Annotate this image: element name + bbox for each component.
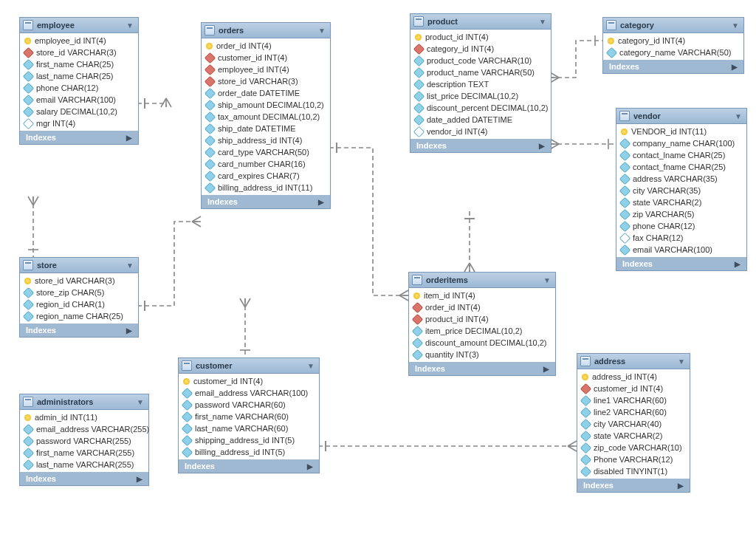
column[interactable]: ship_date DATETIME [202,123,330,134]
column[interactable]: address_id INT(4) [577,371,690,383]
expand-arrow-icon[interactable]: ▶ [307,462,313,470]
indexes-section[interactable]: Indexes▶ [410,139,551,152]
indexes-section[interactable]: Indexes▶ [202,195,330,208]
table-header[interactable]: orders▼ [202,23,330,38]
column[interactable]: customer_id INT(4) [179,375,319,387]
column[interactable]: line1 VARCHAR(60) [577,394,690,406]
expand-arrow-icon[interactable]: ▶ [543,365,549,373]
column[interactable]: password VARCHAR(255) [20,435,148,447]
column[interactable]: contact_fname CHAR(25) [616,161,746,173]
indexes-section[interactable]: Indexes▶ [616,257,746,270]
column[interactable]: phone CHAR(12) [20,82,138,94]
column[interactable]: store_id VARCHAR(3) [202,75,330,87]
expand-arrow-icon[interactable]: ▶ [735,260,740,268]
indexes-section[interactable]: Indexes▶ [603,60,743,73]
column[interactable]: card_expires CHAR(7) [202,170,330,182]
column[interactable]: first_name CHAR(25) [20,58,138,70]
collapse-arrow-icon[interactable]: ▼ [732,21,739,30]
table-header[interactable]: category▼ [603,18,743,33]
expand-arrow-icon[interactable]: ▶ [126,326,132,335]
column[interactable]: store_id VARCHAR(3) [20,275,138,287]
collapse-arrow-icon[interactable]: ▼ [126,261,134,270]
column[interactable]: product_code VARCHAR(10) [410,55,551,66]
column[interactable]: region_id CHAR(1) [20,298,138,310]
column[interactable]: tax_amount DECIMAL(10,2) [202,111,330,123]
column[interactable]: card_number CHAR(16) [202,158,330,170]
table-product[interactable]: product▼product_id INT(4)category_id INT… [410,13,551,153]
table-administrators[interactable]: administrators▼admin_id INT(11)email_add… [19,394,149,486]
column[interactable]: city VARCHAR(40) [577,418,690,430]
column[interactable]: ship_address_id INT(4) [202,134,330,146]
column[interactable]: category_id INT(4) [603,35,743,47]
column[interactable]: company_name CHAR(100) [616,137,746,149]
column[interactable]: description TEXT [410,78,551,90]
collapse-arrow-icon[interactable]: ▼ [678,357,685,366]
table-header[interactable]: orderitems▼ [409,273,555,288]
table-orderitems[interactable]: orderitems▼item_id INT(4)order_id INT(4)… [408,272,556,376]
column[interactable]: customer_id INT(4) [577,383,690,394]
column[interactable]: last_name CHAR(25) [20,70,138,82]
column[interactable]: email_address VARCHAR(100) [179,387,319,399]
collapse-arrow-icon[interactable]: ▼ [543,276,551,284]
column[interactable]: zip VARCHAR(5) [616,208,746,220]
table-header[interactable]: employee▼ [20,18,138,33]
table-employee[interactable]: employee▼employee_id INT(4)store_id VARC… [19,17,139,145]
expand-arrow-icon[interactable]: ▶ [678,482,684,490]
column[interactable]: category_id INT(4) [410,43,551,55]
table-vendor[interactable]: vendor▼VENDOR_id INT(11)company_name CHA… [616,108,747,271]
collapse-arrow-icon[interactable]: ▼ [137,398,144,406]
expand-arrow-icon[interactable]: ▶ [126,134,132,142]
table-address[interactable]: address▼address_id INT(4)customer_id INT… [577,353,690,493]
column[interactable]: state VARCHAR(2) [577,430,690,442]
column[interactable]: quantity INT(3) [409,349,555,360]
column[interactable]: order_id INT(4) [202,40,330,52]
expand-arrow-icon[interactable]: ▶ [318,198,324,206]
collapse-arrow-icon[interactable]: ▼ [539,18,546,26]
column[interactable]: Phone VARCHAR(12) [577,453,690,465]
column[interactable]: salary DECIMAL(10,2) [20,106,138,117]
column[interactable]: customer_id INT(4) [202,52,330,64]
column[interactable]: contact_lname CHAR(25) [616,149,746,161]
column[interactable]: date_added DATETIME [410,114,551,126]
expand-arrow-icon[interactable]: ▶ [732,63,738,71]
column[interactable]: list_price DECIMAL(10,2) [410,90,551,102]
column[interactable]: order_date DATETIME [202,87,330,99]
table-store[interactable]: store▼store_id VARCHAR(3)store_zip CHAR(… [19,257,139,338]
column[interactable]: category_name VARCHAR(50) [603,47,743,58]
column[interactable]: region_name CHAR(25) [20,310,138,322]
column[interactable]: employee_id INT(4) [20,35,138,47]
column[interactable]: first_name VARCHAR(255) [20,447,148,459]
column[interactable]: password VARCHAR(60) [179,399,319,411]
column[interactable]: store_id VARCHAR(3) [20,47,138,58]
column[interactable]: product_id INT(4) [410,31,551,43]
table-header[interactable]: store▼ [20,258,138,273]
column[interactable]: store_zip CHAR(5) [20,287,138,298]
column[interactable]: email_address VARCHAR(255) [20,423,148,435]
column[interactable]: city VARCHAR(35) [616,185,746,196]
table-category[interactable]: category▼category_id INT(4)category_name… [602,17,744,74]
column[interactable]: card_type VARCHAR(50) [202,146,330,158]
indexes-section[interactable]: Indexes▶ [409,362,555,375]
table-customer[interactable]: customer▼customer_id INT(4)email_address… [178,357,320,473]
column[interactable]: line2 VARCHAR(60) [577,406,690,418]
expand-arrow-icon[interactable]: ▶ [539,142,545,150]
column[interactable]: item_id INT(4) [409,290,555,301]
column[interactable]: admin_id INT(11) [20,411,148,423]
table-header[interactable]: address▼ [577,354,690,369]
column[interactable]: item_price DECIMAL(10,2) [409,325,555,337]
indexes-section[interactable]: Indexes▶ [20,324,138,337]
column[interactable]: discount_amount DECIMAL(10,2) [409,337,555,349]
column[interactable]: billing_address_id INT(11) [202,182,330,194]
column[interactable]: last_name VARCHAR(60) [179,422,319,434]
table-header[interactable]: vendor▼ [616,109,746,124]
indexes-section[interactable]: Indexes▶ [20,472,148,485]
column[interactable]: state VARCHAR(2) [616,196,746,208]
column[interactable]: VENDOR_id INT(11) [616,126,746,137]
indexes-section[interactable]: Indexes▶ [20,131,138,144]
column[interactable]: ship_amount DECIMAL(10,2) [202,99,330,111]
column[interactable]: billing_address_id INT(5) [179,446,319,458]
table-header[interactable]: customer▼ [179,358,319,374]
indexes-section[interactable]: Indexes▶ [179,459,319,473]
column[interactable]: product_name VARCHAR(50) [410,66,551,78]
collapse-arrow-icon[interactable]: ▼ [318,27,326,35]
